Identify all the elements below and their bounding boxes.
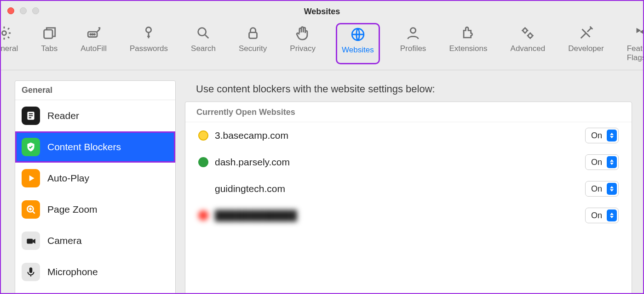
play-icon <box>22 169 40 187</box>
sidebar-item-content-blockers[interactable]: Content Blockers <box>15 131 175 163</box>
svg-line-19 <box>33 211 34 213</box>
sidebar-item-page-zoom[interactable]: Page Zoom <box>15 194 175 225</box>
toolbar-tab-privacy[interactable]: Privacy <box>287 23 318 64</box>
site-row[interactable]: dash.parsely.com On <box>185 149 632 175</box>
window-title: Websites <box>1 1 643 17</box>
svg-point-0 <box>2 31 6 35</box>
tabs-icon <box>41 25 58 41</box>
toolbar-tab-passwords[interactable]: Passwords <box>127 23 171 64</box>
site-domain: 3.basecamp.com <box>215 130 288 141</box>
select-value: On <box>591 131 602 141</box>
sidebar-item-label: Reader <box>47 110 79 121</box>
sidebar-item-camera[interactable]: Camera <box>15 225 175 256</box>
select-arrows-icon <box>607 209 617 221</box>
toolbar-tab-label: Websites <box>342 45 374 55</box>
site-domain: guidingtech.com <box>215 183 285 194</box>
toolbar-tab-websites[interactable]: Websites <box>336 23 380 64</box>
sidebar-item-label: Microphone <box>47 266 98 277</box>
content-blocker-select[interactable]: On <box>585 208 619 223</box>
toolbar-tab-search[interactable]: Search <box>188 23 218 64</box>
site-domain: ████████████ <box>215 210 297 221</box>
select-value: On <box>591 158 602 167</box>
site-favicon <box>198 157 208 167</box>
select-arrows-icon <box>607 130 617 141</box>
microphone-icon <box>22 263 40 281</box>
hand-icon <box>294 25 311 41</box>
autofill-icon <box>86 25 102 41</box>
toolbar-tab-label: Tabs <box>41 44 58 53</box>
svg-point-7 <box>198 28 206 36</box>
toolbar-tab-autofill[interactable]: AutoFill <box>78 23 109 64</box>
toolbar-tab-label: Search <box>191 44 216 53</box>
select-arrows-icon <box>607 156 617 168</box>
svg-point-6 <box>146 27 151 32</box>
toolbar-tab-extensions[interactable]: Extensions <box>446 23 490 64</box>
sidebar-item-label: Page Zoom <box>47 204 98 215</box>
toolbar-tab-label: Privacy <box>290 44 316 53</box>
content-blocker-select[interactable]: On <box>585 154 619 170</box>
sidebar-item-label: Camera <box>47 235 82 246</box>
site-favicon <box>198 130 208 141</box>
toolbar-tab-developer[interactable]: Developer <box>565 23 607 64</box>
toolbar-tab-label: Security <box>239 44 267 53</box>
main-pane: Use content blockers with the website se… <box>185 80 632 294</box>
sidebar: General Reader Content Blockers Auto-Pla… <box>15 80 176 294</box>
gear-icon <box>0 25 12 41</box>
sidebar-item-reader[interactable]: Reader <box>15 100 175 131</box>
svg-point-3 <box>90 34 91 35</box>
svg-point-11 <box>523 28 527 33</box>
gears-icon <box>519 25 536 41</box>
content-blocker-select[interactable]: On <box>585 128 619 143</box>
toolbar-tab-label: Developer <box>568 44 604 53</box>
toolbar-tab-feature-flags[interactable]: Feature Flags <box>624 23 644 64</box>
close-window-button[interactable] <box>7 7 14 14</box>
svg-rect-1 <box>44 30 52 38</box>
person-icon <box>405 25 421 41</box>
maximize-window-button[interactable] <box>32 7 39 14</box>
toolbar-tab-security[interactable]: Security <box>236 23 270 64</box>
sidebar-item-auto-play[interactable]: Auto-Play <box>15 163 175 194</box>
select-arrows-icon <box>607 183 617 195</box>
minimize-window-button[interactable] <box>20 7 27 14</box>
svg-point-10 <box>410 28 415 33</box>
camera-icon <box>22 232 40 250</box>
toolbar-tab-tabs[interactable]: Tabs <box>38 23 60 64</box>
globe-icon <box>350 26 366 43</box>
key-icon <box>140 25 157 41</box>
toolbar-tab-advanced[interactable]: Advanced <box>508 23 548 64</box>
window-traffic-lights <box>7 7 39 14</box>
toolbar-tab-general[interactable]: General <box>0 23 21 64</box>
toolbar-tab-profiles[interactable]: Profiles <box>397 23 429 64</box>
site-row[interactable]: guidingtech.com On <box>185 175 632 202</box>
toolbar-tab-label: AutoFill <box>80 44 107 53</box>
sidebar-item-microphone[interactable]: Microphone <box>15 256 175 288</box>
toolbar-tab-label: Feature Flags <box>627 44 644 62</box>
toolbar-tab-label: Passwords <box>130 44 168 53</box>
svg-point-12 <box>529 34 533 38</box>
select-value: On <box>591 184 602 194</box>
reader-icon <box>22 107 40 125</box>
toolbar-tab-label: Extensions <box>449 44 487 53</box>
svg-marker-17 <box>29 175 34 181</box>
site-domain: dash.parsely.com <box>215 157 290 168</box>
sidebar-item-screen-sharing[interactable]: Screen Sharing <box>15 288 175 294</box>
main-heading: Use content blockers with the website se… <box>185 80 632 102</box>
site-row[interactable]: 3.basecamp.com On <box>185 122 632 149</box>
sidebar-section-header: General <box>15 81 175 100</box>
preferences-toolbar: General Tabs AutoFill Passwords Search S… <box>1 17 643 70</box>
sidebar-item-label: Auto-Play <box>47 173 89 184</box>
svg-rect-8 <box>249 33 257 39</box>
content-blocker-select[interactable]: On <box>585 181 619 197</box>
svg-point-5 <box>94 34 95 35</box>
panel-title: Currently Open Websites <box>185 102 632 122</box>
sidebar-item-label: Content Blockers <box>47 141 121 153</box>
site-row[interactable]: ████████████ On <box>185 202 632 229</box>
toolbar-tab-label: General <box>0 44 18 53</box>
tools-icon <box>578 25 594 41</box>
shield-check-icon <box>22 138 40 156</box>
toolbar-tab-label: Profiles <box>400 44 426 53</box>
puzzle-icon <box>460 25 477 41</box>
websites-panel: Currently Open Websites 3.basecamp.com O… <box>185 102 632 294</box>
lock-icon <box>245 25 261 41</box>
svg-point-4 <box>92 34 93 35</box>
